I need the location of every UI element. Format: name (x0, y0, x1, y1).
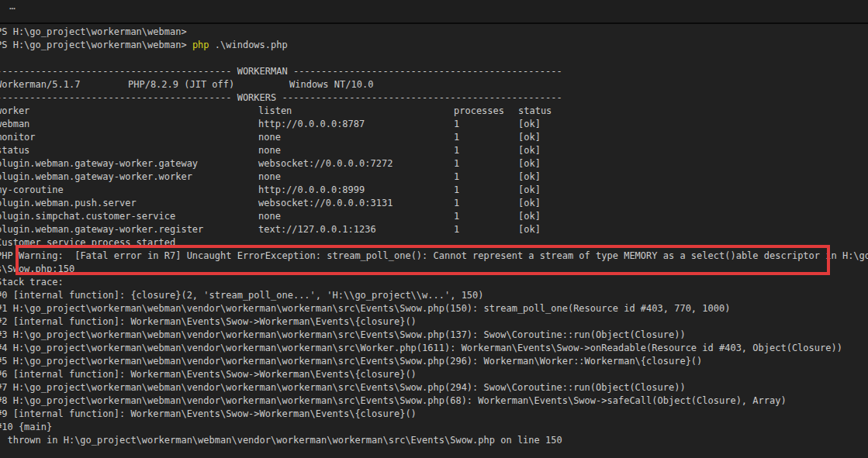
terminal-text: [ok] (518, 170, 541, 184)
terminal-text: 1 (454, 144, 459, 157)
prompt-line: PS H:\go_project\workerman\webman> (0, 26, 868, 39)
banner-workerman: ----------------------------------------… (0, 65, 868, 78)
terminal-text: processes (454, 105, 504, 118)
terminal-text: PS H:\go_project\workerman\webman> (0, 26, 187, 37)
terminal-text: monitor (0, 131, 36, 144)
terminal-text: #3 H:\go_project\workerman\webman\vendor… (0, 329, 686, 340)
stack-frame: #2 [internal function]: Workerman\Events… (0, 315, 868, 329)
terminal-text: websocket://0.0.0.0:3131 (258, 197, 393, 210)
terminal-text: PS H:\go_project\workerman\webman> (0, 40, 192, 50)
terminal-text: #0 [internal function]: {closure}(2, 'st… (0, 290, 484, 301)
editor-top-strip: … (0, 0, 868, 22)
terminal-text: plugin.webman.gateway-worker.register (0, 223, 203, 236)
terminal-text: none (258, 170, 281, 184)
terminal-text: my-coroutine (0, 184, 64, 197)
terminal-text: none (258, 131, 281, 144)
terminal-text: PHP (0, 250, 19, 261)
terminal-text: plugin.webman.push.server (0, 197, 137, 210)
terminal-text: #6 [internal function]: Workerman\Events… (0, 369, 417, 380)
stack-trace-header: Stack trace: (0, 276, 868, 289)
worker-row: statusnone1[ok] (0, 144, 868, 157)
stack-frame: #5 H:\go_project\workerman\webman\vendor… (0, 355, 868, 368)
stack-frame: #10 {main} (0, 421, 868, 434)
worker-row: plugin.webman.gateway-worker.registertex… (0, 223, 868, 236)
terminal-content: PS H:\go_project\workerman\webman>PS H:\… (0, 26, 868, 447)
terminal-text: .\windows.php (209, 40, 288, 50)
stack-frame: #6 [internal function]: Workerman\Events… (0, 368, 868, 381)
terminal-text: [ok] (518, 131, 541, 144)
worker-row: plugin.simpchat.customer-servicenone1[ok… (0, 210, 868, 223)
overflow-ellipsis: … (9, 0, 16, 12)
terminal-text: none (258, 144, 281, 157)
terminal-text: #8 H:\go_project\workerman\webman\vendor… (0, 395, 787, 406)
terminal-text: http://0.0.0.0:8787 (258, 118, 365, 131)
terminal-text: plugin.webman.gateway-worker.gateway (0, 157, 198, 170)
terminal-text: http://0.0.0.0:8999 (258, 184, 365, 197)
terminal-text: php (192, 40, 209, 50)
stack-frame: #1 H:\go_project\workerman\webman\vendor… (0, 302, 868, 315)
terminal-text: #7 H:\go_project\workerman\webman\vendor… (0, 382, 686, 393)
terminal-text: 1 (454, 170, 459, 184)
blank-line (0, 52, 868, 65)
worker-row: plugin.webman.push.serverwebsocket://0.0… (0, 197, 868, 210)
stack-frame: #8 H:\go_project\workerman\webman\vendor… (0, 394, 868, 408)
version-line: Workerman/5.1.7PHP/8.2.9 (JIT off)Window… (0, 78, 868, 91)
status-message: Customer service process started (0, 236, 868, 250)
terminal-text: plugin.simpchat.customer-service (0, 210, 175, 223)
terminal-output[interactable]: PS H:\go_project\workerman\webman>PS H:\… (0, 24, 868, 458)
stack-frame: #3 H:\go_project\workerman\webman\vendor… (0, 329, 868, 342)
stack-frame: #9 [internal function]: Workerman\Events… (0, 408, 868, 421)
terminal-text: [ok] (518, 197, 541, 210)
terminal-text: plugin.webman.gateway-worker.worker (0, 170, 192, 184)
terminal-text: Windows NT/10.0 (289, 78, 373, 91)
terminal-text: status (0, 144, 29, 157)
terminal-text: #1 H:\go_project\workerman\webman\vendor… (0, 303, 730, 314)
stack-frame: #7 H:\go_project\workerman\webman\vendor… (0, 381, 868, 394)
terminal-text: worker (0, 105, 29, 118)
terminal-text: s\Swow.php:150 (0, 263, 74, 274)
terminal-text: Customer service process started (0, 237, 175, 248)
terminal-text: ----------------------------------------… (0, 92, 562, 103)
stack-frame: #0 [internal function]: {closure}(2, 'st… (0, 289, 868, 302)
terminal-text: Workerman/5.1.7 (0, 78, 80, 91)
terminal-text: Warning: [Fatal error in R7] Uncaught Er… (19, 250, 868, 261)
terminal-text: listen (258, 105, 292, 118)
terminal-text: ----------------------------------------… (0, 66, 562, 77)
terminal-text: #2 [internal function]: Workerman\Events… (0, 316, 417, 327)
worker-row: monitornone1[ok] (0, 131, 868, 144)
worker-row: plugin.webman.gateway-worker.workernone1… (0, 170, 868, 184)
terminal-text: webman (0, 118, 29, 131)
terminal-text: [ok] (518, 210, 541, 223)
warning-line: PHP Warning: [Fatal error in R7] Uncaugh… (0, 250, 868, 263)
terminal-text: PHP/8.2.9 (JIT off) (128, 78, 234, 91)
terminal-text: [ok] (518, 223, 541, 236)
worker-row: my-coroutinehttp://0.0.0.0:89991[ok] (0, 184, 868, 197)
worker-row: webmanhttp://0.0.0.0:87871[ok] (0, 118, 868, 131)
terminal-text: #4 H:\go_project\workerman\webman\vendor… (0, 343, 842, 353)
terminal-text: [ok] (518, 144, 541, 157)
terminal-text: 1 (454, 118, 459, 131)
stack-frame: #4 H:\go_project\workerman\webman\vendor… (0, 342, 868, 355)
terminal-text: [ok] (518, 118, 541, 131)
terminal-text: text://127.0.0.1:1236 (258, 223, 376, 236)
terminal-text: #5 H:\go_project\workerman\webman\vendor… (0, 356, 702, 367)
warning-wrap-line: s\Swow.php:150 (0, 263, 868, 276)
terminal-text: thrown in H:\go_project\workerman\webman… (0, 435, 562, 446)
terminal-text: 1 (454, 197, 459, 210)
terminal-text: status (518, 105, 552, 118)
terminal-text: [ok] (518, 157, 541, 170)
terminal-text: 1 (454, 210, 459, 223)
terminal-text: 1 (454, 184, 459, 197)
table-header-row: workerlistenprocessesstatus (0, 105, 868, 118)
terminal-text: 1 (454, 223, 459, 236)
terminal-text: [ok] (518, 184, 541, 197)
terminal-text: #9 [internal function]: Workerman\Events… (0, 408, 417, 419)
banner-workers: ----------------------------------------… (0, 91, 868, 105)
thrown-line: thrown in H:\go_project\workerman\webman… (0, 434, 868, 447)
command-line: PS H:\go_project\workerman\webman> php .… (0, 39, 868, 52)
terminal-text: none (258, 210, 281, 223)
terminal-text: websocket://0.0.0.0:7272 (258, 157, 393, 170)
terminal-text: Stack trace: (0, 277, 64, 288)
worker-row: plugin.webman.gateway-worker.gatewaywebs… (0, 157, 868, 170)
terminal-text: 1 (454, 131, 459, 144)
